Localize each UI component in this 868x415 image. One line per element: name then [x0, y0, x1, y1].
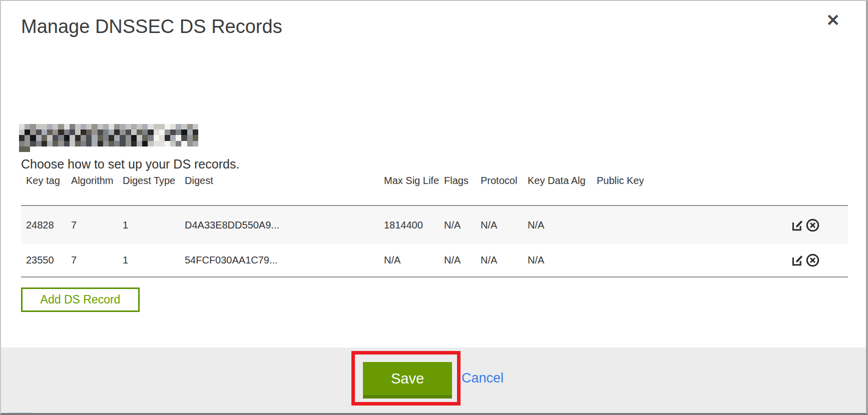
edit-record-icon[interactable]: [790, 218, 805, 232]
row-actions: [788, 253, 848, 268]
annotation-highlight-box: Save: [351, 351, 461, 406]
close-icon[interactable]: ✕: [826, 12, 840, 28]
footer-bar: Save Cancel: [1, 348, 866, 413]
cell-key-data-alg: N/A: [528, 254, 597, 266]
modal-title: Manage DNSSEC DS Records: [21, 16, 282, 38]
column-header-flags: Flags: [444, 171, 481, 186]
column-header-max-sig-life: Max Sig Life: [384, 171, 444, 186]
cell-digest: D4A33E8DD550A9...: [185, 220, 384, 231]
cell-max-sig-life: 1814400: [384, 220, 444, 231]
instruction-text: Choose how to set up your DS records.: [21, 157, 239, 172]
page-background-fragment: [9, 412, 32, 415]
cell-flags: N/A: [444, 254, 481, 266]
cell-algorithm: 7: [71, 254, 123, 266]
delete-record-icon[interactable]: [805, 218, 820, 232]
cell-digest-type: 1: [123, 220, 185, 231]
table-row: 24828 7 1 D4A33E8DD550A9... 1814400 N/A …: [21, 206, 848, 244]
cell-algorithm: 7: [71, 220, 123, 231]
ds-records-table: Key tag Algorithm Digest Type Digest Max…: [21, 171, 848, 278]
save-button[interactable]: Save: [363, 362, 452, 398]
screenshot-stage: Manage DNSSEC DS Records ✕ Choose how to…: [0, 0, 868, 415]
cell-protocol: N/A: [481, 220, 528, 231]
table-row: 23550 7 1 54FCF030AA1C79... N/A N/A N/A …: [21, 244, 848, 278]
column-header-digest-type: Digest Type: [123, 171, 185, 186]
column-header-digest: Digest: [185, 171, 384, 186]
cell-digest: 54FCF030AA1C79...: [185, 254, 384, 266]
column-header-key-tag: Key tag: [26, 171, 71, 186]
cell-flags: N/A: [444, 220, 481, 231]
column-header-algorithm: Algorithm: [71, 171, 123, 186]
table-header-row: Key tag Algorithm Digest Type Digest Max…: [21, 171, 848, 206]
cell-digest-type: 1: [123, 254, 185, 266]
cell-max-sig-life: N/A: [384, 254, 444, 266]
column-header-protocol: Protocol: [481, 171, 528, 186]
cell-key-data-alg: N/A: [528, 220, 597, 231]
delete-record-icon[interactable]: [805, 253, 820, 268]
edit-record-icon[interactable]: [790, 253, 805, 268]
cell-protocol: N/A: [481, 254, 528, 266]
cancel-link[interactable]: Cancel: [462, 370, 504, 386]
redacted-domain-name: [19, 124, 198, 152]
row-actions: [788, 218, 848, 232]
manage-dnssec-modal: Manage DNSSEC DS Records ✕ Choose how to…: [0, 0, 868, 415]
cell-key-tag: 24828: [26, 220, 71, 231]
column-header-public-key: Public Key: [597, 171, 788, 186]
add-ds-record-button[interactable]: Add DS Record: [21, 288, 140, 312]
column-header-actions: [788, 171, 848, 175]
column-header-key-data-alg: Key Data Alg: [528, 171, 597, 186]
cell-key-tag: 23550: [26, 254, 71, 266]
